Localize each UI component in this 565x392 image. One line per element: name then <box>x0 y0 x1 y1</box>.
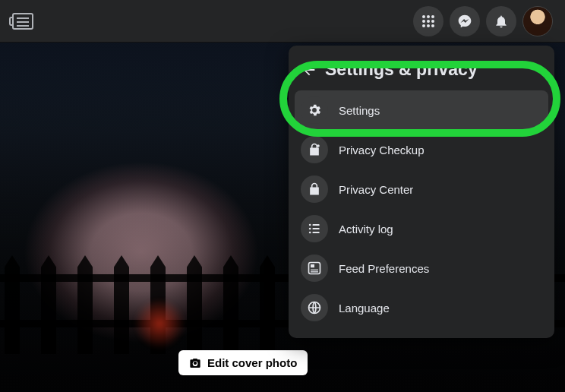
svg-point-2 <box>431 15 434 18</box>
svg-point-5 <box>431 20 434 23</box>
menu-item-label: Privacy Checkup <box>339 144 425 156</box>
messenger-icon <box>457 14 472 29</box>
menu-item-activity-log[interactable]: Activity log <box>295 209 548 248</box>
svg-point-3 <box>422 20 425 23</box>
lock-shine-icon <box>301 136 328 163</box>
menu-item-label: Language <box>339 302 390 315</box>
svg-point-10 <box>309 224 311 226</box>
svg-point-9 <box>317 144 320 147</box>
messenger-button[interactable] <box>450 6 480 36</box>
panel-header: Settings & privacy <box>295 56 548 90</box>
lock-icon <box>301 175 328 203</box>
grid-icon <box>421 14 435 28</box>
svg-rect-18 <box>311 270 318 270</box>
svg-point-1 <box>427 15 430 18</box>
camera-icon <box>189 357 201 369</box>
top-bar <box>0 0 565 43</box>
menu-item-feed-preferences[interactable]: Feed Preferences <box>295 248 548 288</box>
globe-icon <box>301 294 328 321</box>
avatar[interactable] <box>522 6 553 36</box>
edit-cover-button[interactable]: Edit cover photo <box>178 350 308 375</box>
svg-point-0 <box>422 15 425 18</box>
edit-cover-label: Edit cover photo <box>207 356 297 369</box>
menu-item-settings[interactable]: Settings <box>295 90 548 130</box>
svg-point-6 <box>422 24 425 27</box>
menu-item-language[interactable]: Language <box>295 288 548 327</box>
menu-item-label: Activity log <box>339 223 393 236</box>
top-bar-left <box>12 13 33 30</box>
menu-item-privacy-center[interactable]: Privacy Center <box>295 169 548 209</box>
svg-point-12 <box>309 228 311 230</box>
cover-decor-glow <box>133 297 186 350</box>
bell-icon <box>494 14 509 29</box>
menu-item-label: Feed Preferences <box>339 262 429 275</box>
back-arrow-icon[interactable] <box>301 62 317 78</box>
svg-rect-19 <box>311 271 318 272</box>
feed-icon <box>301 254 328 282</box>
menu-item-label: Settings <box>339 104 380 117</box>
svg-rect-15 <box>313 232 320 233</box>
svg-point-8 <box>431 24 434 27</box>
list-icon <box>301 215 328 242</box>
settings-privacy-panel: Settings & privacy Settings Privacy Chec… <box>289 46 554 338</box>
notifications-button[interactable] <box>486 6 516 36</box>
svg-point-14 <box>309 232 311 234</box>
gear-icon <box>301 96 328 124</box>
news-feed-icon[interactable] <box>12 13 33 30</box>
svg-rect-17 <box>311 264 314 267</box>
menu-item-privacy-checkup[interactable]: Privacy Checkup <box>295 130 548 169</box>
panel-title: Settings & privacy <box>325 59 478 80</box>
menu-grid-button[interactable] <box>413 6 443 36</box>
svg-rect-13 <box>313 228 320 229</box>
menu-item-label: Privacy Center <box>339 183 413 196</box>
svg-rect-11 <box>313 224 320 226</box>
top-bar-right <box>413 6 553 36</box>
svg-point-4 <box>427 20 430 23</box>
svg-point-7 <box>427 24 430 27</box>
